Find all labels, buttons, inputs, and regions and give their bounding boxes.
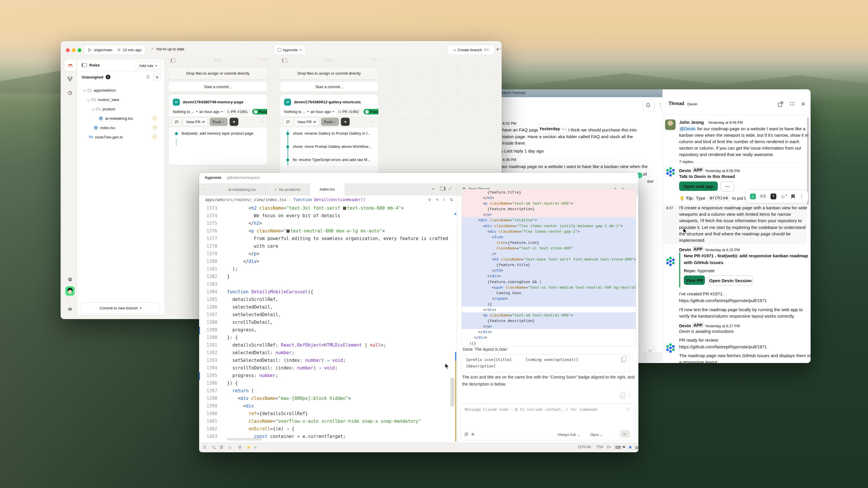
- check-reaction-icon[interactable]: ✓: [750, 194, 756, 199]
- ai-wand-icon[interactable]: ✦+: [496, 47, 501, 52]
- branch-name[interactable]: devin/1764380749-memory-page: [183, 100, 243, 104]
- view-pr-button[interactable]: View PR⇄: [183, 118, 208, 126]
- collab-icon[interactable]: ☺: [228, 445, 232, 450]
- git-branch-icon[interactable]: ⌥: [211, 445, 216, 450]
- agent-message-input[interactable]: Message Claude Code — @ to include conte…: [465, 407, 598, 412]
- markdown-copy-icon[interactable]: MD: [620, 393, 625, 398]
- create-branch-button[interactable]: +Create branch⌘B: [448, 45, 495, 55]
- target-context-icon[interactable]: ⊕: [471, 432, 475, 436]
- pr-link[interactable]: https://github.com/fastrepl/hyprnote/pul…: [679, 344, 767, 349]
- tab-diagnostics[interactable]: ✓No problems: [265, 183, 310, 196]
- devin-avatar[interactable]: [665, 256, 676, 266]
- commit-row[interactable]: fix: resolve TypeScript errors and add r…: [280, 154, 378, 167]
- tree-file-index[interactable]: index.tsx: [94, 123, 115, 132]
- tasks-icon[interactable]: ⚑: [622, 445, 626, 450]
- view-pr-button[interactable]: View PR⇄: [294, 118, 319, 126]
- cursor-position[interactable]: 1370:34: [578, 445, 591, 449]
- rail-feedback-button[interactable]: ✉: [64, 303, 76, 315]
- send-button[interactable]: ▷: [620, 430, 630, 437]
- lane-menu-kebab[interactable]: ⋯: [261, 57, 266, 62]
- ai-actions-button[interactable]: ✦: [229, 118, 238, 126]
- close-button[interactable]: [66, 48, 70, 52]
- open-in-window-icon[interactable]: [777, 101, 783, 107]
- expand-icon[interactable]: ⤢: [448, 186, 451, 191]
- copilot-icon[interactable]: Z»: [607, 445, 611, 449]
- comment-button[interactable]: [283, 118, 292, 126]
- open-web-app-button[interactable]: Open web app: [679, 182, 718, 191]
- notifications-icon[interactable]: ◍: [635, 445, 639, 450]
- list-view-icon[interactable]: ☰: [146, 75, 150, 79]
- search-icon[interactable]: ⚲: [428, 198, 431, 202]
- pane-divider[interactable]: [457, 183, 457, 443]
- assistant-icon[interactable]: ✱: [628, 445, 632, 450]
- devin-avatar[interactable]: [665, 343, 676, 353]
- nav-back-icon[interactable]: ←: [203, 187, 207, 191]
- inlay-icon[interactable]: I: [443, 198, 444, 202]
- message-kebab-icon[interactable]: ⋮: [799, 194, 804, 200]
- account-switcher-chevrons[interactable]: ⌃⌄: [68, 296, 70, 300]
- drag-handle-icon[interactable]: [325, 59, 333, 62]
- tab-ai-notetaking[interactable]: ai-notetaking.tsx: [219, 183, 265, 196]
- tree-folder-apps-web-src[interactable]: apps/web/src: [83, 86, 116, 95]
- commit-to-new-branch-button[interactable]: Commit to new branch+: [81, 302, 160, 314]
- devin-avatar[interactable]: [665, 166, 676, 177]
- message-more-button[interactable]: ⋯: [721, 182, 734, 191]
- collapse-lane-icon[interactable]: [171, 59, 176, 62]
- commit-row[interactable]: chore: rename Gallery to Prompt Gallery …: [280, 127, 378, 140]
- pr-badge[interactable]: PR #1982: [336, 109, 362, 115]
- tab-index-active[interactable]: index.tsx: [310, 183, 345, 196]
- commit-row[interactable]: feat(web): add memory layer product page: [169, 127, 267, 140]
- branch-name[interactable]: devin/1764380912-gallery-shortcuts: [294, 100, 361, 104]
- lane-menu-kebab[interactable]: ⋯: [373, 57, 377, 62]
- scroll-up-icon[interactable]: ↑: [628, 393, 630, 397]
- drop-zone[interactable]: Drop files to assign or commit directly: [168, 67, 267, 79]
- collapse-lane-icon[interactable]: [282, 59, 287, 62]
- avatar[interactable]: [665, 120, 676, 130]
- pr-link[interactable]: https://github.com/fastrepl/hyprnote/pul…: [679, 298, 767, 303]
- ci-passed-badge[interactable]: ✓Passed: [252, 109, 267, 115]
- base-branch-button[interactable]: origin/main | ⟳ 13 min ago: [84, 45, 145, 55]
- add-reaction-icon[interactable]: ☺+: [780, 194, 787, 200]
- comment-button[interactable]: [172, 118, 181, 126]
- eyes-reaction-icon[interactable]: [760, 194, 766, 199]
- rail-workspace-button[interactable]: [64, 59, 76, 71]
- split-pane-icon[interactable]: [440, 187, 445, 191]
- rail-history-button[interactable]: ◷: [64, 87, 76, 98]
- model-select[interactable]: Opus ⌄: [590, 432, 603, 437]
- rail-branches-button[interactable]: [64, 73, 76, 85]
- thread-replies-link[interactable]: es Last reply 1 day ago: [498, 149, 544, 153]
- drop-zone[interactable]: Drop files to assign or commit directly: [280, 67, 379, 79]
- language-mode[interactable]: TSX: [596, 445, 603, 449]
- slack-search-input[interactable]: Search Fastrepl: [498, 91, 525, 95]
- search-icon[interactable]: ⚲: [238, 445, 241, 450]
- ai-actions-button[interactable]: ✦: [341, 118, 350, 126]
- code-actions-icon[interactable]: ✎: [436, 198, 439, 202]
- horizontal-scrollbar-thumb[interactable]: [227, 438, 262, 441]
- custom-emoji-icon[interactable]: ?: [771, 194, 776, 199]
- actions-kebab[interactable]: ⋯: [371, 120, 375, 124]
- project-switcher[interactable]: hyprnote⇅: [274, 45, 305, 55]
- view-pr-button[interactable]: View PR: [684, 275, 705, 285]
- rail-settings-button[interactable]: ⚙: [64, 274, 76, 285]
- push-button[interactable]: Push↑: [210, 118, 227, 126]
- bookmark-icon[interactable]: [791, 194, 795, 199]
- copy-icon[interactable]: [622, 356, 626, 361]
- tree-view-icon[interactable]: ⑆: [154, 74, 161, 81]
- message-time[interactable]: Yesterday at 6:06 PM: [708, 121, 743, 125]
- permission-mode-select[interactable]: Always Ask ⌄: [558, 432, 580, 437]
- nav-forward-icon[interactable]: →: [211, 187, 215, 191]
- expand-input-icon[interactable]: ⤢: [627, 406, 630, 411]
- start-commit-button[interactable]: Start a commit...: [280, 82, 379, 92]
- mention-context-icon[interactable]: @: [464, 432, 468, 436]
- panels-icon[interactable]: ⠿: [203, 445, 206, 450]
- sort-icon[interactable]: ⇅: [450, 198, 453, 202]
- start-commit-button[interactable]: Start a commit...: [168, 82, 267, 92]
- pr-badge[interactable]: PR #1981: [224, 109, 250, 115]
- editor-scrollbar-thumb[interactable]: [451, 378, 455, 407]
- diff-view[interactable]: {feature.title} </h3> <p className="text…: [462, 189, 636, 346]
- close-icon[interactable]: ✕: [801, 101, 806, 107]
- minimize-button[interactable]: [72, 48, 75, 52]
- outline-icon[interactable]: ☰: [220, 445, 223, 450]
- mention-chip[interactable]: @Devin: [679, 126, 696, 131]
- breadcrumb[interactable]: apps/web/src/routes/_view/index.tsx › fu…: [199, 196, 457, 205]
